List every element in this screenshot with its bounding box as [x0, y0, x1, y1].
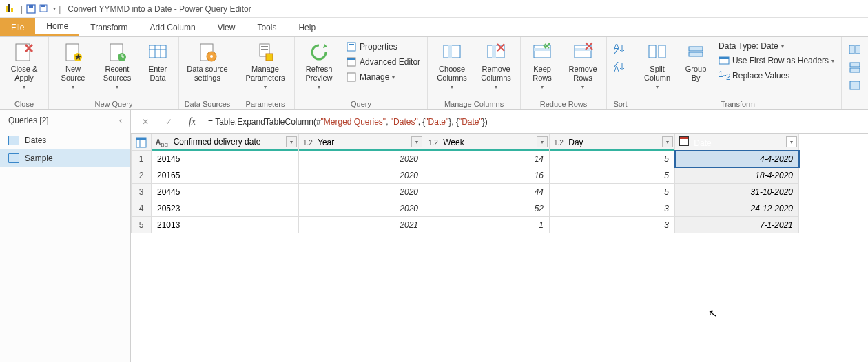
- close-apply-button[interactable]: Close & Apply: [4, 40, 44, 90]
- col-dropdown[interactable]: ▾: [662, 136, 673, 147]
- cell-week[interactable]: 16: [424, 167, 550, 184]
- cell-confirmed[interactable]: 21013: [152, 217, 299, 233]
- keep-rows-button[interactable]: Keep Rows: [525, 40, 559, 90]
- svg-rect-25: [349, 44, 354, 45]
- query-item-sample[interactable]: Sample: [0, 149, 130, 167]
- svg-rect-55: [136, 138, 146, 140]
- properties-button[interactable]: Properties: [343, 40, 423, 54]
- tab-tools[interactable]: Tools: [246, 18, 287, 36]
- queries-collapse[interactable]: ‹: [119, 116, 122, 125]
- tab-help[interactable]: Help: [287, 18, 327, 36]
- cell-year[interactable]: 2020: [299, 167, 424, 184]
- cell-day[interactable]: 5: [550, 184, 675, 200]
- choose-columns-button[interactable]: Choose Columns: [432, 40, 472, 90]
- cell-date[interactable]: 7-1-2021: [675, 217, 799, 233]
- split-column-button[interactable]: Split Column: [639, 40, 676, 90]
- col-confirmed[interactable]: Confirmed delivery date ▾: [152, 134, 299, 151]
- cell-day[interactable]: 3: [550, 200, 675, 217]
- first-row-headers-button[interactable]: Use First Row as Headers: [716, 54, 837, 67]
- corner-cell[interactable]: [132, 134, 152, 151]
- row-number[interactable]: 4: [132, 200, 152, 217]
- data-source-settings-button[interactable]: Data source settings: [183, 40, 231, 83]
- manage-query-button[interactable]: Manage: [343, 70, 423, 84]
- cell-week[interactable]: 52: [424, 200, 550, 217]
- col-week[interactable]: Week ▾: [424, 134, 550, 151]
- col-year[interactable]: Year ▾: [299, 134, 424, 151]
- refresh-icon: [308, 41, 330, 63]
- data-quality-bar: [550, 149, 674, 151]
- tab-transform[interactable]: Transform: [79, 18, 138, 36]
- cell-week[interactable]: 1: [424, 217, 550, 233]
- remove-rows-button[interactable]: Remove Rows: [564, 40, 602, 90]
- properties-label: Properties: [360, 42, 397, 52]
- table-row[interactable]: 5210132021137-1-2021: [132, 217, 799, 233]
- cell-confirmed[interactable]: 20445: [152, 184, 299, 200]
- cell-day[interactable]: 5: [550, 151, 675, 167]
- new-source-button[interactable]: ★ New Source: [53, 40, 93, 90]
- formula-c2: , {: [418, 117, 426, 127]
- replace-values-button[interactable]: 12Replace Values: [716, 69, 837, 83]
- recent-sources-button[interactable]: Recent Sources: [97, 40, 137, 90]
- qat-dropdown[interactable]: ▾: [53, 6, 56, 12]
- merge-icon: [849, 44, 860, 55]
- col-date[interactable]: Date ▾: [675, 134, 799, 151]
- sort-desc-button[interactable]: ZA: [611, 61, 628, 74]
- sort-asc-button[interactable]: AZ: [611, 43, 628, 56]
- col-dropdown[interactable]: ▾: [286, 136, 297, 147]
- cell-year[interactable]: 2020: [299, 200, 424, 217]
- cell-date[interactable]: 18-4-2020: [675, 167, 799, 184]
- formula-fx[interactable]: fx: [185, 114, 200, 129]
- row-number[interactable]: 3: [132, 184, 152, 200]
- manage-parameters-button[interactable]: Manage Parameters: [240, 40, 290, 90]
- advanced-editor-button[interactable]: Advanced Editor: [343, 55, 423, 69]
- formula-text[interactable]: = Table.ExpandTableColumn(#"Merged Queri…: [208, 116, 861, 127]
- table-row[interactable]: 220165202016518-4-2020: [132, 167, 799, 184]
- table-row[interactable]: 12014520201454-4-2020: [132, 151, 799, 167]
- tab-file[interactable]: File: [0, 18, 35, 36]
- data-type-button[interactable]: Data Type: Date: [716, 40, 837, 52]
- save-dropdown-icon[interactable]: [39, 3, 50, 14]
- extra-button-1[interactable]: [846, 43, 862, 56]
- cell-day[interactable]: 5: [550, 167, 675, 184]
- table-row[interactable]: 320445202044531-10-2020: [132, 184, 799, 200]
- enter-data-button[interactable]: Enter Data: [141, 40, 174, 83]
- cell-year[interactable]: 2020: [299, 184, 424, 200]
- col-dropdown[interactable]: ▾: [786, 136, 797, 147]
- cell-week[interactable]: 14: [424, 151, 550, 167]
- group-close-label: Close: [4, 98, 44, 108]
- cell-day[interactable]: 3: [550, 217, 675, 233]
- cell-week[interactable]: 44: [424, 184, 550, 200]
- formula-confirm[interactable]: ✓: [161, 114, 176, 129]
- col-dropdown[interactable]: ▾: [411, 136, 422, 147]
- table-row[interactable]: 420523202052324-12-2020: [132, 200, 799, 217]
- cell-confirmed[interactable]: 20523: [152, 200, 299, 217]
- row-number[interactable]: 1: [132, 151, 152, 167]
- extra-button-2[interactable]: [846, 61, 862, 74]
- cell-date[interactable]: 24-12-2020: [675, 200, 799, 217]
- col-day[interactable]: Day ▾: [550, 134, 675, 151]
- cell-date[interactable]: 4-4-2020: [675, 151, 799, 167]
- group-by-button[interactable]: Group By: [680, 40, 712, 83]
- svg-rect-42: [659, 45, 665, 58]
- col-dropdown[interactable]: ▾: [537, 136, 548, 147]
- svg-text:Z: Z: [614, 47, 619, 55]
- cell-confirmed[interactable]: 20165: [152, 167, 299, 184]
- refresh-preview-button[interactable]: Refresh Preview: [299, 40, 339, 90]
- svg-rect-53: [850, 81, 860, 89]
- row-number[interactable]: 2: [132, 167, 152, 184]
- tab-home[interactable]: Home: [35, 18, 79, 36]
- formula-cancel[interactable]: ✕: [138, 114, 153, 129]
- cell-year[interactable]: 2020: [299, 151, 424, 167]
- tab-add-column[interactable]: Add Column: [139, 18, 207, 36]
- save-icon[interactable]: [25, 3, 37, 14]
- enter-data-label: Enter Data: [141, 65, 174, 83]
- remove-columns-button[interactable]: Remove Columns: [476, 40, 516, 90]
- row-number[interactable]: 5: [132, 217, 152, 233]
- cell-confirmed[interactable]: 20145: [152, 151, 299, 167]
- formula-c4: }): [482, 117, 488, 127]
- tab-view[interactable]: View: [207, 18, 247, 36]
- query-item-dates[interactable]: Dates: [0, 131, 130, 149]
- cell-year[interactable]: 2021: [299, 217, 424, 233]
- extra-button-3[interactable]: [846, 78, 862, 92]
- cell-date[interactable]: 31-10-2020: [675, 184, 799, 200]
